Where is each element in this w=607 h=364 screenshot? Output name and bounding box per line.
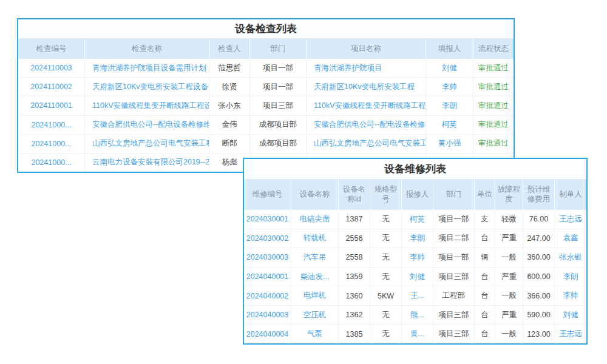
inspection-reporter-link[interactable]: 刘健 (426, 59, 473, 77)
repair-creator-link[interactable]: 王志远 (555, 210, 586, 229)
repair-dept-cell: 项目三部 (433, 268, 475, 286)
repair-severity-cell: 严重 (495, 268, 523, 286)
repair-reporter-link[interactable]: 黄... (402, 325, 433, 343)
repair-column-header-unit: 单位 (475, 180, 495, 210)
inspection-code-link[interactable]: 2024110001 (18, 96, 85, 115)
repair-creator-link[interactable]: 李朗 (555, 268, 586, 286)
inspection-project-link[interactable]: 天府新区10Kv变电所安装工程 (307, 78, 426, 96)
repair-equip_id-cell: 1385 (339, 325, 370, 343)
repair-table-body: 2024030001电镐尖凿1387无柯英项目一部支轻微76.00王志远2024… (244, 210, 586, 343)
repair-code-link[interactable]: 2024040002 (244, 286, 291, 305)
repair-unit-cell: 台 (475, 325, 495, 343)
inspection-inspector-cell: 断郎 (209, 135, 250, 153)
repair-unit-cell: 辆 (475, 248, 495, 267)
repair-cost-cell: 600.00 (523, 268, 555, 286)
repair-model-cell: 无 (370, 248, 402, 267)
repair-cost-cell: 590.00 (523, 306, 555, 325)
repair-severity-cell: 一般 (495, 248, 523, 267)
inspection-column-header-name: 检查名称 (85, 39, 209, 59)
table-row: 2024030002转载机2556无李朗项目二部台严重247.00袁鑫 (244, 229, 586, 248)
repair-reporter-link[interactable]: 王... (402, 286, 433, 305)
inspection-reporter-link[interactable]: 李帅 (426, 78, 473, 96)
repair-equip_id-cell: 2558 (339, 248, 370, 267)
repair-code-link[interactable]: 2024030002 (244, 229, 291, 248)
repair-reporter-link[interactable]: 李朗 (402, 229, 433, 248)
table-row: 2024110003青海洪湖养护院项目设备需用计划范思哲项目一部青海洪湖养护院项… (18, 59, 514, 77)
repair-code-link[interactable]: 2024030001 (244, 210, 291, 229)
table-row: 20241000...安徽合肥供电公司--配电设备检修维护和...金伟成都项目部… (18, 115, 514, 134)
repair-dept-cell: 项目一部 (433, 248, 475, 267)
repair-dept-cell: 项目三部 (433, 325, 475, 343)
inspection-project-link[interactable]: 山西弘文房地产总公司电气安装工程 (307, 135, 426, 153)
repair-severity-cell: 一般 (495, 286, 523, 305)
inspection-table-body: 2024110003青海洪湖养护院项目设备需用计划范思哲项目一部青海洪湖养护院项… (18, 59, 514, 172)
repair-reporter-link[interactable]: 柯英 (402, 210, 433, 229)
repair-creator-link[interactable]: 张永银 (555, 248, 586, 267)
repair-dept-cell: 项目一部 (433, 210, 475, 229)
repair-code-link[interactable]: 2024030003 (244, 248, 291, 267)
repair-severity-cell: 一般 (495, 325, 523, 343)
repair-creator-link[interactable]: 袁鑫 (555, 229, 586, 248)
table-row: 2024110002天府新区10Kv变电所安装工程设备需用计划徐贤项目一部天府新… (18, 77, 514, 96)
inspection-code-link[interactable]: 2024110002 (18, 78, 85, 96)
repair-creator-link[interactable]: 王志远 (555, 325, 586, 343)
inspection-reporter-link[interactable]: 黄小强 (426, 135, 473, 153)
inspection-dept-cell: 项目一部 (250, 59, 307, 77)
repair-model-cell: 无 (370, 325, 402, 343)
inspection-name-link[interactable]: 安徽合肥供电公司--配电设备检修维护和... (85, 116, 209, 134)
repair-equip_id-cell: 1360 (339, 286, 370, 305)
inspection-column-header-dept: 部门 (250, 39, 307, 59)
inspection-table: 设备检查列表 检查编号检查名称检查人部门项目名称填报人流程状态 20241100… (17, 18, 515, 173)
inspection-dept-cell: 成都项目部 (250, 116, 307, 134)
repair-creator-link[interactable]: 李帅 (555, 286, 586, 305)
repair-equipment-link[interactable]: 空压机 (291, 306, 339, 325)
repair-table-title: 设备维修列表 (244, 159, 586, 180)
repair-equipment-link[interactable]: 汽车吊 (291, 248, 339, 267)
repair-equipment-link[interactable]: 柴油发... (291, 268, 339, 286)
repair-cost-cell: 366.00 (523, 286, 555, 305)
repair-cost-cell: 123.00 (523, 325, 555, 343)
inspection-code-link[interactable]: 20241000... (18, 116, 85, 134)
inspection-status-cell: 审批通过 (473, 59, 514, 77)
repair-column-header-equip_id: 设备名称id (339, 180, 370, 210)
table-row: 2024110001110kV安徽线程集变开断线路工程设备需...张小东项目三部… (18, 96, 514, 115)
repair-severity-cell: 轻微 (495, 210, 523, 229)
repair-code-link[interactable]: 2024040003 (244, 306, 291, 325)
inspection-name-link[interactable]: 天府新区10Kv变电所安装工程设备需用计划 (85, 78, 209, 96)
repair-equipment-link[interactable]: 电焊机 (291, 286, 339, 305)
inspection-name-link[interactable]: 110kV安徽线程集变开断线路工程设备需... (85, 96, 209, 115)
inspection-status-cell: 审批通过 (473, 135, 514, 153)
repair-equipment-link[interactable]: 气泵 (291, 325, 339, 343)
repair-table: 设备维修列表 维修编号设备名称设备名称id规格型号报修人部门单位故障程度预计维修… (243, 158, 588, 345)
inspection-column-header-inspector: 检查人 (209, 39, 250, 59)
inspection-column-header-status: 流程状态 (473, 39, 514, 59)
inspection-code-link[interactable]: 20241000... (18, 153, 85, 172)
repair-equipment-link[interactable]: 电镐尖凿 (291, 210, 339, 229)
repair-column-header-model: 规格型号 (370, 180, 402, 210)
inspection-reporter-link[interactable]: 柯英 (426, 116, 473, 134)
inspection-name-link[interactable]: 云南电力设备安装有限公司2019--2020年... (85, 153, 209, 172)
table-row: 2024040002电焊机13605KW王...工程部台一般366.00李帅 (244, 286, 586, 305)
inspection-column-header-reporter: 填报人 (426, 39, 473, 59)
repair-dept-cell: 项目二部 (433, 229, 475, 248)
inspection-table-header-row: 检查编号检查名称检查人部门项目名称填报人流程状态 (18, 39, 514, 59)
repair-code-link[interactable]: 2024040001 (244, 268, 291, 286)
inspection-project-link[interactable]: 青海洪湖养护院项目 (307, 59, 426, 77)
repair-cost-cell: 360.00 (523, 248, 555, 267)
repair-equipment-link[interactable]: 转载机 (291, 229, 339, 248)
inspection-code-link[interactable]: 20241000... (18, 135, 85, 153)
inspection-project-link[interactable]: 110kV安徽线程集变开断线路工程 (307, 96, 426, 115)
inspection-reporter-link[interactable]: 李朗 (426, 96, 473, 115)
repair-reporter-link[interactable]: 李帅 (402, 248, 433, 267)
inspection-name-link[interactable]: 山西弘文房地产总公司电气安装工程设备... (85, 135, 209, 153)
inspection-code-link[interactable]: 2024110003 (18, 59, 85, 77)
inspection-project-link[interactable]: 安徽合肥供电公司--配电设备检修维护... (307, 116, 426, 134)
repair-creator-link[interactable]: 刘健 (555, 306, 586, 325)
repair-reporter-link[interactable]: 刘健 (402, 268, 433, 286)
repair-reporter-link[interactable]: 熊... (402, 306, 433, 325)
repair-model-cell: 5KW (370, 286, 402, 305)
repair-equip_id-cell: 1387 (339, 210, 370, 229)
repair-code-link[interactable]: 2024040004 (244, 325, 291, 343)
inspection-name-link[interactable]: 青海洪湖养护院项目设备需用计划 (85, 59, 209, 77)
table-row: 2024040001柴油发...1359无刘健项目三部台严重600.00李朗 (244, 267, 586, 286)
